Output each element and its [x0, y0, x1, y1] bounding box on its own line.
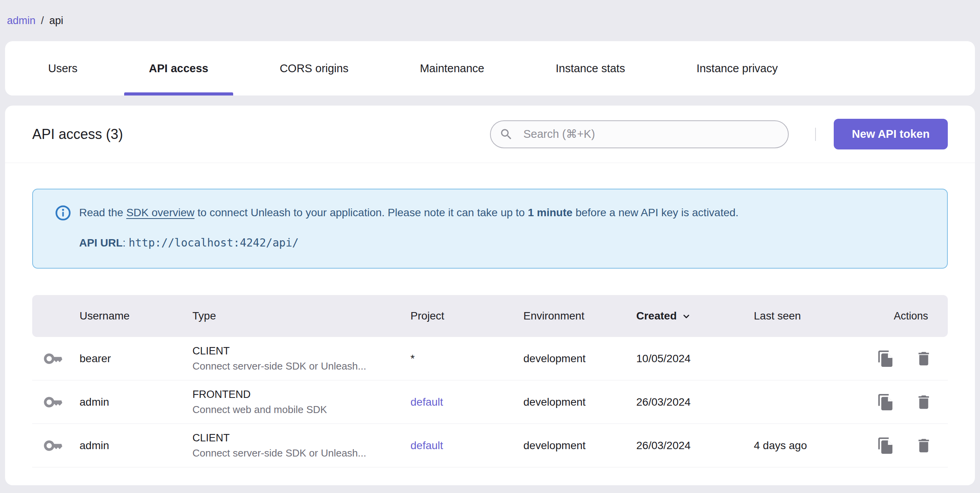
copy-token-button[interactable] — [876, 436, 895, 455]
tabs-card: Users API access CORS origins Maintenanc… — [5, 41, 975, 95]
delete-token-button[interactable] — [914, 392, 933, 412]
cell-username: admin — [67, 396, 180, 408]
header-cell-actions: Actions — [862, 310, 948, 322]
tab-users[interactable]: Users — [23, 41, 102, 95]
cell-project-link[interactable]: default — [398, 439, 511, 452]
tab-instance-privacy[interactable]: Instance privacy — [672, 41, 803, 95]
tab-maintenance[interactable]: Maintenance — [395, 41, 509, 95]
table-row: admin CLIENT Connect server-side SDK or … — [32, 424, 948, 467]
breadcrumb-link-admin[interactable]: admin — [7, 15, 36, 27]
cell-actions — [862, 349, 948, 368]
header-cell-project: Project — [398, 310, 511, 322]
cell-actions — [862, 392, 948, 412]
header-actions: New API token — [490, 119, 948, 149]
chevron-down-icon — [681, 311, 691, 321]
cell-environment: development — [511, 439, 624, 452]
cell-type: CLIENT Connect server-side SDK or Unleas… — [180, 433, 398, 458]
cell-created: 10/05/2024 — [624, 352, 741, 365]
breadcrumb-separator: / — [41, 15, 44, 27]
cell-type: CLIENT Connect server-side SDK or Unleas… — [180, 346, 398, 371]
header-cell-last-seen: Last seen — [741, 310, 862, 322]
header-cell-type: Type — [180, 310, 398, 322]
cell-project: * — [398, 352, 511, 365]
key-icon — [32, 392, 67, 413]
info-icon — [55, 205, 71, 221]
sdk-overview-link[interactable]: SDK overview — [126, 207, 194, 219]
api-url-label: API URL — [79, 237, 123, 249]
admin-tabs: Users API access CORS origins Maintenanc… — [5, 41, 975, 95]
banner-message: Read the SDK overview to connect Unleash… — [55, 204, 932, 221]
header-cell-created-sort[interactable]: Created — [624, 310, 741, 322]
key-icon — [32, 348, 67, 369]
table-row: bearer CLIENT Connect server-side SDK or… — [32, 337, 948, 380]
cell-environment: development — [511, 352, 624, 365]
api-access-panel: API access (3) New API token Read the SD… — [5, 106, 975, 485]
cell-project-link[interactable]: default — [398, 396, 511, 408]
table-row: admin FRONTEND Connect web and mobile SD… — [32, 380, 948, 424]
banner-text: Read the SDK overview to connect Unleash… — [79, 204, 739, 221]
cell-environment: development — [511, 396, 624, 408]
header-divider — [815, 128, 816, 141]
cell-username: bearer — [67, 352, 180, 365]
breadcrumb: admin / api — [0, 0, 980, 41]
api-url-value: http://localhost:4242/api/ — [129, 236, 299, 249]
page-title: API access (3) — [32, 126, 123, 142]
table-header-row: Username Type Project Environment Create… — [32, 295, 948, 337]
cell-username: admin — [67, 439, 180, 452]
copy-token-button[interactable] — [876, 349, 895, 368]
table-body: bearer CLIENT Connect server-side SDK or… — [32, 337, 948, 467]
search-input[interactable] — [490, 120, 789, 148]
delete-token-button[interactable] — [914, 349, 933, 368]
tab-instance-stats[interactable]: Instance stats — [531, 41, 650, 95]
api-url-line: API URL: http://localhost:4242/api/ — [55, 234, 932, 252]
cell-created: 26/03/2024 — [624, 396, 741, 408]
copy-token-button[interactable] — [876, 392, 895, 412]
tab-cors-origins[interactable]: CORS origins — [255, 41, 373, 95]
delete-token-button[interactable] — [914, 436, 933, 455]
search-icon — [499, 127, 513, 141]
search-box — [490, 120, 789, 148]
header-cell-environment: Environment — [511, 310, 624, 322]
header-cell-username: Username — [67, 310, 180, 322]
panel-header: API access (3) New API token — [5, 106, 975, 163]
tab-api-access[interactable]: API access — [124, 41, 233, 95]
breadcrumb-current-page: api — [49, 15, 63, 27]
key-icon — [32, 435, 67, 456]
sdk-info-banner: Read the SDK overview to connect Unleash… — [32, 189, 948, 269]
cell-last-seen: 4 days ago — [741, 439, 862, 452]
cell-created: 26/03/2024 — [624, 439, 741, 452]
cell-actions — [862, 436, 948, 455]
api-tokens-table: Username Type Project Environment Create… — [32, 295, 948, 467]
new-api-token-button[interactable]: New API token — [834, 119, 948, 149]
cell-type: FRONTEND Connect web and mobile SDK — [180, 389, 398, 415]
